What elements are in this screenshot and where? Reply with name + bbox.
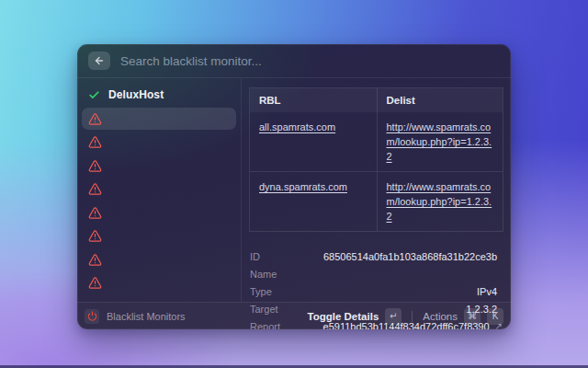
column-header-rbl: RBL	[250, 88, 377, 112]
table-header-row: RBL Delist	[250, 88, 503, 112]
metadata-value: 68506514a0fa1b103a868fa31b22ce3b	[323, 251, 497, 262]
list-item[interactable]	[82, 155, 236, 177]
warning-icon	[88, 135, 102, 149]
list-item[interactable]	[82, 132, 236, 154]
monitor-list	[82, 108, 236, 294]
list-item[interactable]	[82, 108, 236, 130]
list-item[interactable]	[82, 272, 236, 294]
return-key-badge: ↵	[385, 308, 401, 325]
table-row: all.spamrats.com http://www.spamrats.com…	[250, 112, 503, 171]
list-item[interactable]	[82, 225, 236, 247]
metadata-label: ID	[250, 251, 260, 262]
metadata-label: Name	[250, 269, 277, 280]
metadata-row: ID 68506514a0fa1b103a868fa31b22ce3b	[250, 247, 503, 265]
check-icon	[88, 89, 100, 101]
table-row: dyna.spamrats.com http://www.spamrats.co…	[250, 171, 503, 231]
warning-icon	[88, 276, 102, 290]
k-key-badge: K	[487, 308, 503, 325]
footer: Blacklist Monitors Toggle Details ↵ Acti…	[77, 302, 511, 329]
arrow-left-icon	[94, 55, 105, 66]
search-bar	[77, 44, 511, 78]
warning-icon	[88, 182, 102, 196]
list-item[interactable]	[82, 248, 236, 270]
back-button[interactable]	[88, 52, 110, 70]
toggle-details-button[interactable]: Toggle Details	[308, 311, 379, 322]
blacklist-monitors-app-icon	[85, 309, 99, 324]
cmd-key-badge: ⌘	[464, 308, 481, 325]
metadata-row: Name	[250, 265, 503, 282]
warning-icon	[88, 229, 102, 243]
warning-icon	[88, 206, 102, 220]
rbl-link[interactable]: all.spamrats.com	[250, 112, 377, 171]
table-body: all.spamrats.com http://www.spamrats.com…	[250, 112, 503, 231]
search-input[interactable]	[120, 54, 500, 68]
actions-button[interactable]: Actions	[423, 311, 458, 322]
warning-icon	[88, 159, 102, 173]
footer-divider	[412, 311, 413, 322]
column-header-delist: Delist	[377, 88, 503, 112]
warning-icon	[88, 253, 102, 267]
list-item[interactable]	[82, 201, 236, 224]
delist-link[interactable]: http://www.spamrats.com/lookup.php?ip=1.…	[377, 112, 503, 171]
sidebar-section-label: DeluxHost	[108, 88, 164, 101]
desktop-background: DeluxHost	[0, 0, 588, 368]
detail-panel: RBL Delist all.spamrats.com http://www.s…	[241, 78, 511, 302]
metadata-label: Type	[250, 286, 272, 297]
rbl-table: RBL Delist all.spamrats.com http://www.s…	[249, 87, 503, 232]
window-body: DeluxHost	[77, 78, 511, 302]
sidebar-section-header: DeluxHost	[82, 84, 236, 106]
metadata-value: IPv4	[477, 286, 497, 297]
sidebar: DeluxHost	[77, 78, 241, 302]
metadata-row: Type IPv4	[250, 282, 503, 300]
launcher-window: DeluxHost	[77, 44, 511, 329]
rbl-link[interactable]: dyna.spamrats.com	[250, 172, 377, 231]
warning-icon	[88, 112, 102, 126]
footer-app-label: Blacklist Monitors	[107, 311, 186, 322]
delist-link[interactable]: http://www.spamrats.com/lookup.php?ip=1.…	[377, 172, 503, 231]
list-item[interactable]	[82, 178, 236, 201]
